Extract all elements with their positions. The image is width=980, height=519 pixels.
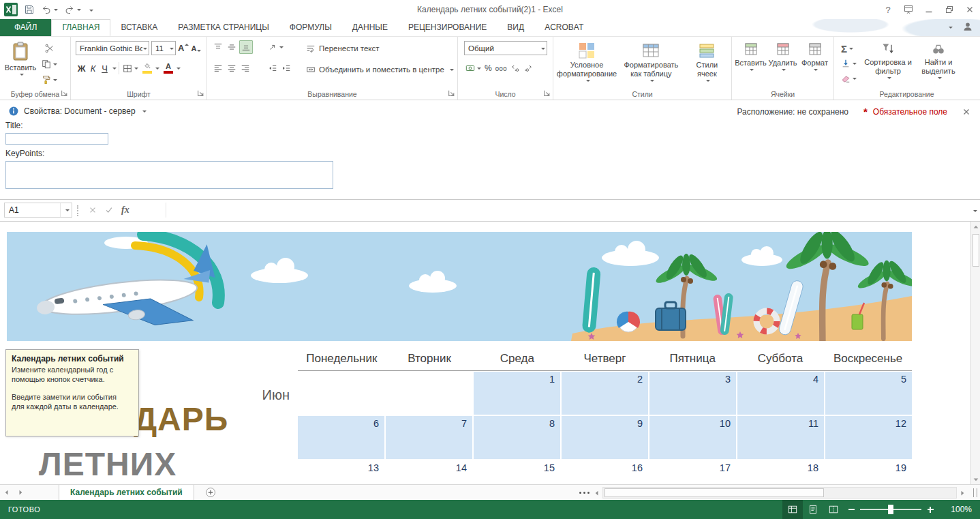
paste-button[interactable]: Вставить [5,40,36,76]
tab-splitter-grip[interactable] [973,488,977,497]
date-cell[interactable]: 3 [649,372,736,415]
ribbon-tab-data[interactable]: ДАННЫЕ [342,19,398,36]
date-cell[interactable]: 15 [474,460,560,484]
formula-input[interactable] [166,203,964,218]
title-input[interactable] [5,133,108,145]
date-cell[interactable]: 12 [825,416,912,459]
delete-cells-button[interactable]: Удалить [767,40,798,72]
insert-cells-button[interactable]: Вставить [735,40,766,72]
format-as-table-button[interactable]: Форматировать как таблицу [618,40,684,83]
date-cell[interactable]: 19 [825,460,912,484]
keypoints-input[interactable] [5,161,333,189]
page-break-view-button[interactable] [823,500,844,519]
dialog-launcher-number[interactable] [543,89,551,97]
bold-button[interactable]: Ж [76,63,87,74]
underline-button[interactable]: Ч [99,63,110,74]
font-size-combo[interactable]: 11 [151,41,176,55]
cut-button[interactable] [40,42,59,55]
align-left-button[interactable] [212,61,224,75]
date-cell[interactable]: 10 [649,416,736,459]
date-cell[interactable]: 6 [298,416,384,459]
date-cell[interactable]: 14 [386,460,472,484]
sheet-tab[interactable]: Календарь летних событий [59,485,194,501]
expand-formula-bar-button[interactable] [971,205,977,215]
horizontal-scroll-thumb[interactable] [604,488,824,497]
date-cell[interactable]: 16 [562,460,648,484]
align-top-button[interactable] [212,40,224,54]
zoom-out-button[interactable] [844,500,859,519]
font-color-button[interactable]: А [161,61,182,75]
undo-button[interactable] [41,4,58,15]
insert-function-button[interactable]: fx [121,205,129,216]
minimize-button[interactable] [919,0,939,19]
orientation-button[interactable] [266,40,306,54]
confirm-entry-button[interactable] [105,206,113,214]
ribbon-tab-formulas[interactable]: ФОРМУЛЫ [279,19,342,36]
align-right-button[interactable] [239,61,251,75]
decrease-font-button[interactable]: А [191,44,201,53]
ribbon-display-options-button[interactable] [898,0,919,19]
decrease-indent-button[interactable] [266,61,279,75]
date-cell[interactable]: 5 [825,372,912,415]
dialog-launcher-font[interactable] [197,89,204,97]
align-center-button[interactable] [226,61,238,75]
date-cell[interactable]: 18 [737,460,824,484]
wrap-text-button[interactable]: Перенести текст [306,41,454,56]
comma-style-button[interactable]: 000 [494,61,508,75]
save-button[interactable] [24,4,35,15]
fill-button[interactable] [840,57,858,70]
ribbon-tab-review[interactable]: РЕЦЕНЗИРОВАНИЕ [398,19,497,36]
name-box[interactable]: A1 [4,203,72,218]
date-cell[interactable]: 8 [474,416,560,459]
italic-button[interactable]: К [87,63,99,74]
format-painter-button[interactable] [40,73,59,87]
dialog-launcher-alignment[interactable] [448,89,455,97]
align-middle-button[interactable] [226,40,238,54]
next-sheet-button[interactable] [14,485,27,501]
cancel-entry-button[interactable] [89,206,97,214]
normal-view-button[interactable] [782,500,803,519]
vertical-scrollbar[interactable] [970,222,980,484]
properties-header[interactable]: Свойства: Document - сервер [24,106,136,116]
ribbon-tab-insert[interactable]: ВСТАВКА [110,19,168,36]
autosum-button[interactable]: Σ [840,42,858,55]
new-sheet-button[interactable] [205,487,216,498]
formula-bar-grip[interactable] [77,205,78,216]
format-cells-button[interactable]: Формат [799,40,830,72]
page-layout-view-button[interactable] [803,500,823,519]
date-cell[interactable]: 11 [737,416,824,459]
restore-button[interactable] [939,0,960,19]
find-select-button[interactable]: Найти и выделить [914,40,963,80]
increase-decimal-button[interactable] [509,61,521,75]
copy-button[interactable] [40,57,59,71]
ribbon-tab-home[interactable]: ГЛАВНАЯ [51,19,110,36]
customize-qat-button[interactable] [87,5,93,14]
chevron-down-icon[interactable] [947,22,953,31]
borders-button[interactable] [121,61,140,75]
merge-center-button[interactable]: Объединить и поместить в центре [306,62,454,77]
tab-scroll-dots-icon[interactable] [579,492,589,494]
zoom-slider[interactable] [860,509,921,510]
date-cell[interactable]: 7 [386,416,472,459]
fill-color-button[interactable] [140,61,161,75]
ribbon-tab-page-layout[interactable]: РАЗМЕТКА СТРАНИЦЫ [168,19,279,36]
cell-styles-button[interactable]: Стили ячеек [686,40,728,83]
scroll-left-button[interactable] [592,487,602,499]
date-cell[interactable]: 13 [298,460,384,484]
help-button[interactable]: ? [878,0,898,19]
zoom-in-button[interactable] [923,500,938,519]
percent-style-button[interactable]: % [483,61,493,75]
align-bottom-button[interactable] [239,40,253,54]
user-account-icon[interactable] [962,21,973,32]
scroll-right-button[interactable] [957,487,968,499]
ribbon-tab-file[interactable]: ФАЙЛ [0,19,51,36]
scroll-down-button[interactable] [971,474,980,484]
font-name-combo[interactable]: Franklin Gothic Bc [76,41,149,55]
decrease-decimal-button[interactable] [522,61,534,75]
ribbon-tab-view[interactable]: ВИД [497,19,534,36]
horizontal-scrollbar[interactable] [592,487,968,499]
date-cell[interactable]: 17 [649,460,736,484]
accounting-format-button[interactable] [464,61,483,75]
date-cell[interactable] [386,372,472,415]
redo-button[interactable] [64,4,81,15]
